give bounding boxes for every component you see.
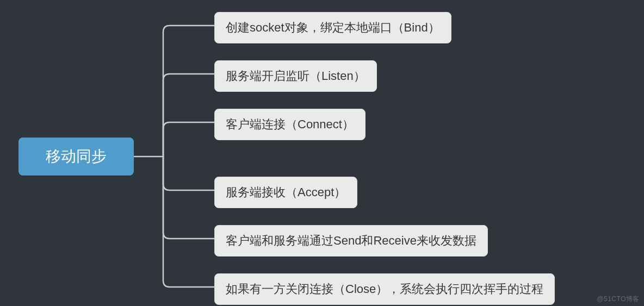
child-node-connect[interactable]: 客户端连接（Connect）	[214, 109, 366, 140]
root-node[interactable]: 移动同步	[18, 138, 134, 176]
child-node-close[interactable]: 如果有一方关闭连接（Close），系统会执行四次挥手的过程	[214, 273, 555, 305]
watermark-text: @51CTO博客	[597, 295, 640, 304]
child-node-bind[interactable]: 创建socket对象，绑定本地端口（Bind）	[214, 12, 451, 43]
child-node-listen[interactable]: 服务端开启监听（Listen）	[214, 60, 377, 92]
child-node-sendrecv[interactable]: 客户端和服务端通过Send和Receive来收发数据	[214, 225, 488, 257]
child-node-accept[interactable]: 服务端接收（Accept）	[214, 177, 357, 208]
mindmap-canvas: 移动同步 创建socket对象，绑定本地端口（Bind） 服务端开启监听（Lis…	[0, 0, 644, 306]
